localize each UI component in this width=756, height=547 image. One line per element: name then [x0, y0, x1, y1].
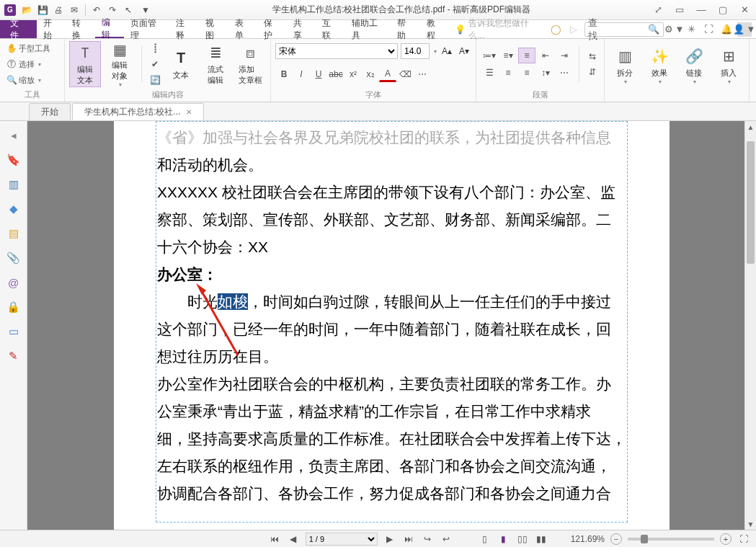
scroll-down-icon[interactable]: ▼ — [745, 518, 756, 530]
tab-comment[interactable]: 注释 — [169, 20, 199, 38]
maximize-icon[interactable]: ▢ — [716, 3, 730, 17]
view-cont-facing-icon[interactable]: ▮▮ — [535, 534, 548, 544]
tab-tutorial[interactable]: 教程 — [420, 20, 450, 38]
align-dist-button[interactable]: ☰ — [481, 65, 498, 81]
effect-button[interactable]: ✨效果▾ — [644, 43, 675, 89]
text-edit-frame[interactable] — [156, 121, 628, 522]
share-icon[interactable]: ✳ — [685, 23, 698, 36]
add-frame-button[interactable]: ⧈ 添加 文章框 — [234, 41, 266, 87]
writing-dir2[interactable]: ⇵ — [585, 65, 600, 79]
links-panel-icon[interactable]: @ — [6, 275, 21, 290]
tab-connect[interactable]: 互联 — [316, 20, 345, 38]
qat-open-icon[interactable]: 📂 — [20, 4, 33, 17]
align-left-button[interactable]: ≡ — [518, 48, 535, 63]
view-facing-icon[interactable]: ▯▯ — [516, 534, 529, 544]
qat-redo-icon[interactable]: ↷ — [106, 4, 119, 17]
close-icon[interactable]: ✕ — [737, 3, 752, 17]
bold-button[interactable]: B — [275, 66, 293, 82]
fullscreen-icon[interactable]: ⛶ — [703, 23, 716, 36]
tab-protect[interactable]: 保护 — [257, 20, 287, 38]
bullet-list-button[interactable]: ≔▾ — [481, 48, 498, 63]
edit-text-button[interactable]: Ｔ 编辑 文本 — [69, 41, 101, 87]
return-page-button[interactable]: ↩ — [440, 534, 453, 544]
view-continuous-icon[interactable]: ▮ — [497, 534, 510, 544]
user-icon[interactable]: 👤▼ — [737, 22, 752, 37]
fields-panel-icon[interactable]: ▭ — [6, 324, 21, 339]
writing-dir1[interactable]: ⇆ — [585, 49, 600, 63]
nav-fwd-icon[interactable]: ▷ — [567, 23, 580, 36]
minimize-ribbon-icon[interactable]: ▭ — [672, 3, 687, 17]
italic-button[interactable]: I — [293, 66, 310, 82]
shrink-font-icon[interactable]: A▾ — [457, 46, 471, 56]
attachments-panel-icon[interactable]: 📎 — [6, 251, 21, 265]
settings-icon[interactable]: ⚙▼ — [668, 23, 681, 36]
clear-format-button[interactable]: ⌫ — [396, 66, 414, 82]
indent-button[interactable]: ⇥ — [556, 48, 573, 63]
tab-pages[interactable]: 页面管理 — [124, 20, 169, 38]
para-more-icon[interactable]: ⋯ — [556, 65, 573, 81]
number-list-button[interactable]: ≡▾ — [499, 48, 517, 63]
page-selector[interactable]: 1 / 9 — [306, 533, 378, 546]
signatures-panel-icon[interactable]: ✎ — [6, 349, 21, 363]
tab-help[interactable]: 帮助 — [391, 20, 420, 38]
qat-cursor-icon[interactable]: ↖ — [122, 4, 135, 17]
tab-share[interactable]: 共享 — [287, 20, 316, 38]
document-view[interactable]: 《省》加强与社会各界及兄弟院校社团的联系，为社团提供各种信息 和活动的机会。 X… — [27, 121, 756, 530]
insert-button[interactable]: ⊞插入▾ — [713, 43, 744, 89]
nav-back-icon[interactable]: ◯ — [550, 23, 563, 36]
qat-email-icon[interactable]: ✉ — [68, 4, 81, 17]
tab-document[interactable]: 学生机构工作总结:校社... ✕ — [72, 103, 204, 120]
strike-button[interactable]: abc — [327, 66, 344, 82]
minimize-icon[interactable]: — — [694, 3, 708, 17]
zoom-slider[interactable] — [628, 538, 714, 541]
combine-text[interactable]: ┋ — [148, 41, 162, 55]
bookmark-panel-icon[interactable]: 🔖 — [6, 153, 21, 167]
qat-print-icon[interactable]: 🖨 — [52, 4, 65, 17]
layers-panel-icon[interactable]: ◆ — [6, 202, 21, 216]
zoom-tool[interactable]: 🔍缩放▾ — [4, 73, 53, 87]
readmode-icon[interactable]: ⤢ — [651, 3, 665, 17]
prev-page-button[interactable]: ◀ — [287, 534, 300, 544]
vertical-scrollbar[interactable]: ▲ ▼ — [744, 121, 756, 530]
font-name-select[interactable]: 宋体 — [275, 43, 398, 59]
tab-form[interactable]: 表单 — [228, 20, 258, 38]
font-color-button[interactable]: A — [379, 66, 396, 82]
spellcheck[interactable]: ✔ — [148, 57, 162, 71]
hand-tool[interactable]: ✋手型工具 — [4, 41, 53, 55]
pages-panel-icon[interactable]: ▥ — [6, 177, 21, 192]
goto-page-button[interactable]: ↪ — [421, 534, 434, 544]
security-panel-icon[interactable]: 🔒 — [6, 300, 21, 314]
split-button[interactable]: ▥拆分▾ — [609, 43, 641, 89]
tab-view[interactable]: 视图 — [199, 20, 228, 38]
link-button[interactable]: 🔗链接▾ — [678, 43, 710, 89]
superscript-button[interactable]: x² — [344, 66, 362, 82]
align-center-button[interactable]: ≡ — [499, 65, 517, 81]
qat-save-icon[interactable]: 💾 — [36, 4, 49, 17]
subscript-button[interactable]: x₂ — [362, 66, 379, 82]
scroll-thumb[interactable] — [747, 141, 755, 264]
tab-convert[interactable]: 转换 — [66, 20, 95, 38]
tell-me-box[interactable]: 💡 告诉我您想做什么... — [449, 20, 546, 38]
text-button[interactable]: T 文本 — [165, 41, 197, 87]
align-right-button[interactable]: ≡ — [518, 65, 535, 81]
qat-undo-icon[interactable]: ↶ — [90, 4, 103, 17]
search-icon[interactable]: 🔍 — [647, 23, 660, 36]
view-single-icon[interactable]: ▯ — [479, 534, 492, 544]
file-tab[interactable]: 文件 — [0, 20, 37, 38]
tab-close-icon[interactable]: ✕ — [186, 108, 192, 116]
tab-start[interactable]: 开始 — [37, 20, 66, 38]
zoom-out-button[interactable]: − — [610, 533, 622, 545]
bell-icon[interactable]: 🔔 — [720, 23, 733, 36]
tab-start-page[interactable]: 开始 — [29, 103, 71, 120]
last-page-button[interactable]: ⏭ — [402, 534, 415, 544]
zoom-knob[interactable] — [641, 535, 648, 543]
flow-edit-button[interactable]: ≣ 流式 编辑 — [200, 41, 231, 87]
underline-button[interactable]: U — [310, 66, 327, 82]
tab-accessibility[interactable]: 辅助工具 — [345, 20, 391, 38]
font-more-icon[interactable]: ⋯ — [414, 66, 431, 82]
font-size-input[interactable] — [401, 43, 430, 59]
find-box[interactable]: 查找 🔍 — [584, 22, 664, 37]
edit-object-button[interactable]: ▦ 编辑 对象 ▾ — [104, 41, 135, 87]
find-replace[interactable]: 🔄 — [148, 73, 162, 87]
select-tool[interactable]: Ⓣ选择▾ — [4, 57, 53, 71]
